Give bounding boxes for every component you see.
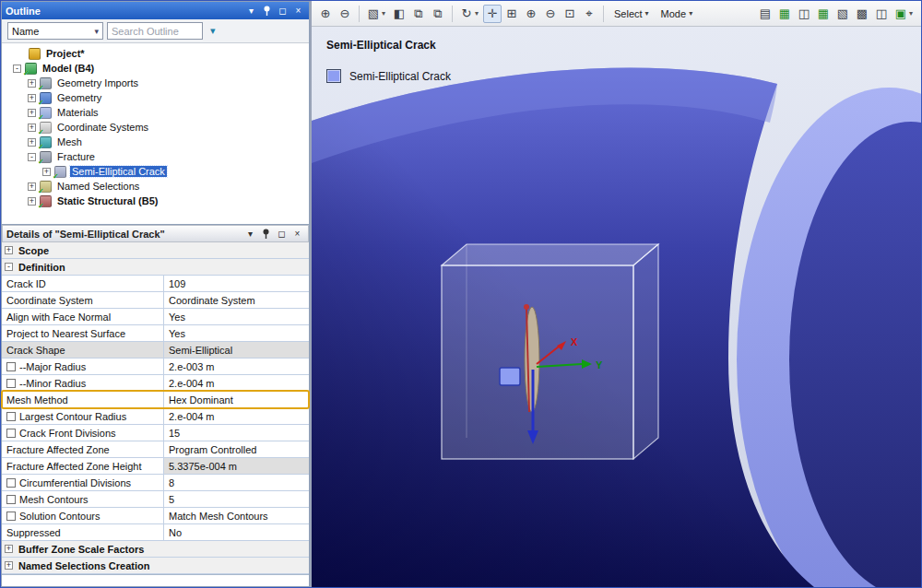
detail-value[interactable]: Yes [164, 325, 309, 341]
detail-value[interactable]: 5 [164, 491, 309, 507]
tree-item-label[interactable]: Model (B4) [41, 63, 96, 74]
section-definition[interactable]: - Definition [2, 259, 309, 276]
expander-icon[interactable]: + [28, 138, 36, 147]
section-named-selections-creation[interactable]: + Named Selections Creation [2, 558, 309, 574]
maximize-icon[interactable]: ◻ [275, 228, 289, 241]
zoom-in-icon[interactable]: ⊕ [316, 5, 335, 23]
create-named-selection-icon[interactable]: ▦ [775, 5, 794, 23]
expander-icon[interactable]: + [28, 197, 36, 206]
look-at-face-icon[interactable]: ◧ [390, 5, 408, 23]
expander-icon[interactable]: + [28, 123, 36, 132]
tree-item-geometry-imports[interactable]: + ✓ Geometry Imports [2, 76, 309, 90]
zoom-out-tool-icon[interactable]: ⊖ [541, 5, 560, 23]
expander-icon[interactable]: + [5, 561, 13, 570]
parameter-checkbox[interactable] [6, 362, 16, 371]
expand-options-icon[interactable]: ▾ [207, 25, 219, 37]
detail-value[interactable]: Coordinate System [164, 292, 309, 308]
parameter-checkbox[interactable] [6, 478, 16, 488]
tree-item-label[interactable]: Coordinate Systems [55, 122, 150, 133]
section-plane-icon[interactable]: ▩ [853, 5, 871, 23]
tree-item-label[interactable]: Static Structural (B5) [55, 195, 160, 206]
expander-icon[interactable]: + [5, 246, 13, 254]
expander-icon[interactable]: + [28, 109, 36, 117]
expander-icon[interactable]: - [13, 65, 21, 73]
tree-item-mesh[interactable]: + ✓ Mesh [2, 135, 309, 149]
detail-value[interactable]: Semi-Elliptical [164, 342, 309, 358]
tree-item-named-selections[interactable]: + ✓ Named Selections [2, 179, 309, 194]
tree-item-label[interactable]: Geometry Imports [55, 77, 140, 88]
tree-item-model[interactable]: - ✓ Model (B4) [2, 61, 309, 76]
detail-value[interactable]: 2.e-004 m [164, 408, 309, 424]
window-menu-icon[interactable]: ▾ [244, 5, 258, 18]
chevron-down-icon[interactable]: ▾ [475, 9, 482, 18]
tree-item-label[interactable]: Named Selections [55, 181, 141, 192]
chevron-down-icon[interactable]: ▾ [382, 9, 389, 18]
expander-icon[interactable]: + [28, 79, 36, 88]
detail-value[interactable]: 2.e-004 m [164, 375, 309, 391]
worksheet-icon[interactable]: ◫ [795, 5, 813, 23]
close-icon[interactable]: × [290, 228, 304, 241]
tree-item-label[interactable]: Fracture [55, 151, 97, 162]
copy-view-icon[interactable]: ⧉ [409, 5, 428, 23]
wireframe-icon[interactable]: ▧ [833, 5, 852, 23]
zoom-in-tool-icon[interactable]: ⊕ [522, 5, 540, 23]
tree-item-coordinate-systems[interactable]: + ✓ Coordinate Systems [2, 120, 309, 135]
detail-value[interactable]: 2.e-003 m [164, 359, 309, 374]
name-filter-dropdown[interactable]: Name ▾ [7, 22, 103, 40]
select-dropdown[interactable]: Select ▾ [609, 5, 655, 23]
show-mesh-icon[interactable]: ▦ [814, 5, 833, 23]
magnifier-window-icon[interactable]: ⌖ [580, 5, 598, 23]
tree-item-geometry[interactable]: + ✓ Geometry [2, 90, 309, 105]
section-scope[interactable]: + Scope [2, 242, 309, 259]
detail-value[interactable]: 8 [164, 475, 309, 490]
tree-item-label[interactable]: Materials [55, 107, 100, 118]
details-panel-header[interactable]: Details of "Semi-Elliptical Crack" ▾ ◻ × [2, 225, 309, 242]
zoom-to-fit-icon[interactable]: ⊡ [561, 5, 579, 23]
tree-item-label[interactable]: Geometry [55, 92, 103, 103]
parameter-checkbox[interactable] [6, 495, 16, 504]
detail-value[interactable]: Yes [164, 309, 309, 324]
detail-value[interactable]: No [164, 524, 309, 540]
parameter-checkbox[interactable] [6, 379, 16, 388]
tree-item-project[interactable]: Project* [2, 46, 309, 61]
expander-icon[interactable]: + [5, 545, 13, 553]
window-menu-icon[interactable]: ▾ [243, 228, 257, 241]
expander-icon[interactable]: + [28, 94, 36, 102]
tree-item-semi-elliptical-crack[interactable]: + ✓ Semi-Elliptical Crack [2, 164, 309, 179]
pan-icon[interactable]: ✛ [483, 5, 502, 23]
view-cube-icon[interactable]: ▧ [364, 5, 383, 23]
manage-views-icon[interactable]: ▣ [892, 5, 910, 23]
detail-value[interactable]: Hex Dominant [164, 392, 309, 407]
parameter-checkbox[interactable] [6, 512, 16, 521]
pin-icon[interactable] [260, 5, 274, 18]
maximize-icon[interactable]: ◻ [276, 5, 290, 18]
box-zoom-icon[interactable]: ⊞ [502, 5, 521, 23]
expander-icon[interactable]: - [5, 263, 13, 271]
tree-item-materials[interactable]: + ✓ Materials [2, 105, 309, 120]
close-icon[interactable]: × [291, 5, 305, 18]
paste-view-icon[interactable]: ⧉ [429, 5, 447, 23]
parameter-checkbox[interactable] [6, 412, 16, 421]
tree-item-label[interactable]: Mesh [55, 136, 84, 147]
outline-panel-header[interactable]: Outline ▾ ◻ × [2, 2, 309, 19]
annotation-icon[interactable]: ◫ [872, 5, 891, 23]
detail-value[interactable]: 109 [164, 276, 309, 291]
tree-item-static-structural[interactable]: + ✓ Static Structural (B5) [2, 194, 309, 208]
detail-value[interactable]: Program Controlled [164, 441, 309, 457]
expander-icon[interactable]: - [28, 153, 36, 161]
expander-icon[interactable]: + [42, 168, 51, 176]
detail-value[interactable]: Match Mesh Contours [164, 508, 309, 523]
selection-info-icon[interactable]: ▤ [756, 5, 774, 23]
3d-viewport[interactable]: X Y Semi-Elliptical Crack Semi-Elliptica… [312, 27, 921, 587]
mode-dropdown[interactable]: Mode ▾ [656, 5, 699, 23]
section-buffer-zone-scale-factors[interactable]: + Buffer Zone Scale Factors [2, 541, 309, 558]
search-input[interactable] [107, 22, 203, 40]
zoom-out-icon[interactable]: ⊖ [336, 5, 354, 23]
rotate-icon[interactable]: ↻ [457, 5, 476, 23]
tree-item-label[interactable]: Project* [44, 48, 87, 59]
tree-item-fracture[interactable]: - ✓ Fracture [2, 149, 309, 164]
pin-icon[interactable] [259, 228, 273, 241]
detail-value[interactable]: 15 [164, 425, 309, 441]
parameter-checkbox[interactable] [6, 429, 16, 438]
tree-item-label[interactable]: Semi-Elliptical Crack [70, 166, 167, 177]
